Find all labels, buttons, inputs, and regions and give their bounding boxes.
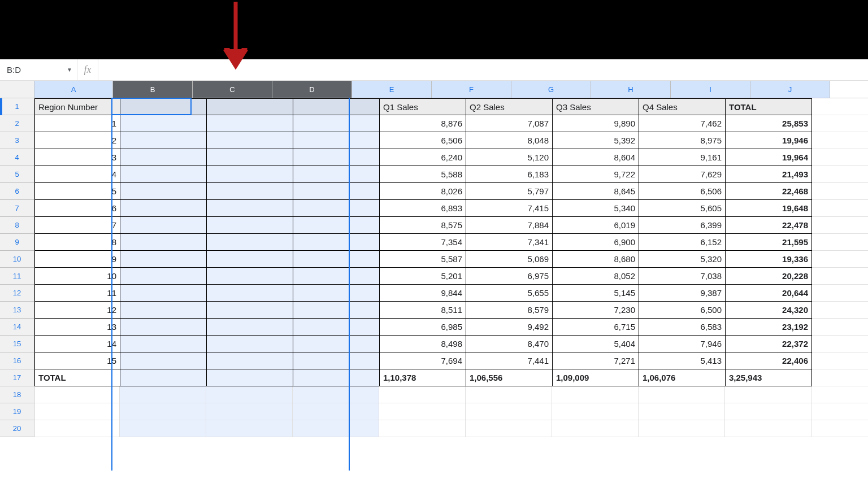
cell-H[interactable] bbox=[639, 420, 725, 437]
select-all-corner[interactable] bbox=[0, 81, 34, 98]
col-header-F[interactable]: F bbox=[432, 81, 511, 98]
cell-I[interactable]: 22,468 bbox=[726, 183, 812, 200]
cell-J[interactable] bbox=[812, 268, 868, 285]
cell-F[interactable] bbox=[466, 386, 552, 403]
cell-E[interactable]: 8,498 bbox=[380, 336, 466, 352]
cell-I[interactable]: 21,493 bbox=[726, 166, 812, 183]
row-header[interactable]: 1 bbox=[0, 98, 34, 115]
cell-B[interactable] bbox=[120, 115, 207, 132]
cell-H[interactable]: Q4 Sales bbox=[639, 98, 726, 115]
row-header[interactable]: 4 bbox=[0, 149, 34, 166]
cell-F[interactable]: 9,492 bbox=[466, 319, 553, 336]
cell-B[interactable] bbox=[120, 251, 207, 268]
cell-A[interactable] bbox=[34, 420, 120, 437]
row-header[interactable]: 15 bbox=[0, 336, 34, 352]
cell-B[interactable] bbox=[120, 234, 207, 251]
cell-D[interactable] bbox=[293, 386, 379, 403]
cell-A[interactable]: 13 bbox=[34, 319, 120, 336]
cell-J[interactable] bbox=[812, 132, 868, 149]
cell-C[interactable] bbox=[207, 166, 293, 183]
cell-D[interactable] bbox=[293, 336, 380, 352]
cell-A[interactable]: Region Number bbox=[34, 98, 120, 115]
row-header[interactable]: 12 bbox=[0, 285, 34, 302]
cell-B[interactable] bbox=[120, 369, 207, 386]
cell-G[interactable]: 8,052 bbox=[553, 268, 639, 285]
cell-F[interactable]: 5,120 bbox=[466, 149, 553, 166]
cell-B[interactable] bbox=[120, 149, 207, 166]
cell-I[interactable]: 19,946 bbox=[726, 132, 812, 149]
cell-F[interactable]: 6,975 bbox=[466, 268, 553, 285]
row-header[interactable]: 18 bbox=[0, 386, 34, 403]
cell-J[interactable] bbox=[812, 352, 868, 369]
cell-J[interactable] bbox=[812, 98, 868, 115]
cell-B[interactable] bbox=[120, 403, 206, 420]
cell-B[interactable] bbox=[120, 420, 206, 437]
cell-H[interactable] bbox=[639, 403, 725, 420]
cell-C[interactable] bbox=[207, 319, 293, 336]
row-header[interactable]: 19 bbox=[0, 403, 34, 420]
cell-J[interactable] bbox=[812, 200, 868, 217]
row-header[interactable]: 14 bbox=[0, 319, 34, 336]
row-header[interactable]: 11 bbox=[0, 268, 34, 285]
cell-F[interactable]: 5,069 bbox=[466, 251, 553, 268]
cell-H[interactable]: 7,038 bbox=[639, 268, 726, 285]
cell-I[interactable]: 23,192 bbox=[726, 319, 812, 336]
cell-I[interactable]: TOTAL bbox=[726, 98, 812, 115]
cell-H[interactable]: 6,506 bbox=[639, 183, 726, 200]
spreadsheet-grid[interactable]: A B C D E F G H I J 1Region NumberQ1 Sal… bbox=[0, 81, 868, 437]
row-header[interactable]: 2 bbox=[0, 115, 34, 132]
cell-D[interactable] bbox=[293, 268, 380, 285]
cell-H[interactable]: 5,320 bbox=[639, 251, 726, 268]
cell-J[interactable] bbox=[811, 420, 868, 437]
cell-D[interactable] bbox=[293, 149, 380, 166]
cell-G[interactable] bbox=[552, 420, 639, 437]
cell-D[interactable] bbox=[293, 403, 379, 420]
cell-B[interactable] bbox=[120, 217, 207, 234]
cell-I[interactable] bbox=[725, 420, 811, 437]
cell-G[interactable]: 5,404 bbox=[553, 336, 639, 352]
cell-E[interactable]: 6,506 bbox=[380, 132, 466, 149]
cell-I[interactable] bbox=[725, 403, 811, 420]
cell-C[interactable] bbox=[207, 149, 293, 166]
cell-D[interactable] bbox=[293, 183, 380, 200]
cell-B[interactable] bbox=[120, 302, 207, 319]
cell-E[interactable]: 8,876 bbox=[380, 115, 466, 132]
cell-E[interactable]: 8,575 bbox=[380, 217, 466, 234]
cell-C[interactable] bbox=[207, 183, 293, 200]
cell-C[interactable] bbox=[207, 285, 293, 302]
cell-B[interactable] bbox=[120, 200, 207, 217]
cell-D[interactable] bbox=[293, 132, 380, 149]
cell-H[interactable]: 9,161 bbox=[639, 149, 726, 166]
cell-F[interactable]: 7,884 bbox=[466, 217, 553, 234]
cell-B[interactable] bbox=[120, 386, 206, 403]
cell-F[interactable]: 5,655 bbox=[466, 285, 553, 302]
cell-J[interactable] bbox=[812, 183, 868, 200]
cell-G[interactable]: 7,271 bbox=[553, 352, 639, 369]
cell-E[interactable]: 5,201 bbox=[380, 268, 466, 285]
cell-G[interactable]: 9,722 bbox=[553, 166, 639, 183]
cell-F[interactable]: 6,183 bbox=[466, 166, 553, 183]
cell-A[interactable]: 3 bbox=[34, 149, 120, 166]
cell-F[interactable]: 8,579 bbox=[466, 302, 553, 319]
cell-F[interactable]: 7,441 bbox=[466, 352, 553, 369]
cell-F[interactable]: 5,797 bbox=[466, 183, 553, 200]
cell-G[interactable]: 5,340 bbox=[553, 200, 639, 217]
cell-G[interactable]: 5,145 bbox=[553, 285, 639, 302]
row-header[interactable]: 13 bbox=[0, 302, 34, 319]
cell-E[interactable] bbox=[379, 386, 466, 403]
cell-E[interactable]: 7,694 bbox=[380, 352, 466, 369]
cell-E[interactable]: 6,893 bbox=[380, 200, 466, 217]
col-header-A[interactable]: A bbox=[34, 81, 113, 98]
cell-I[interactable]: 22,478 bbox=[726, 217, 812, 234]
cell-E[interactable]: 6,240 bbox=[380, 149, 466, 166]
cell-J[interactable] bbox=[812, 336, 868, 352]
cell-B[interactable] bbox=[120, 336, 207, 352]
row-header[interactable]: 6 bbox=[0, 183, 34, 200]
cell-E[interactable]: 6,985 bbox=[380, 319, 466, 336]
cell-G[interactable] bbox=[552, 403, 639, 420]
col-header-B[interactable]: B bbox=[113, 81, 193, 98]
cell-I[interactable]: 19,648 bbox=[726, 200, 812, 217]
cell-A[interactable]: 6 bbox=[34, 200, 120, 217]
cell-A[interactable]: 9 bbox=[34, 251, 120, 268]
col-header-E[interactable]: E bbox=[352, 81, 432, 98]
